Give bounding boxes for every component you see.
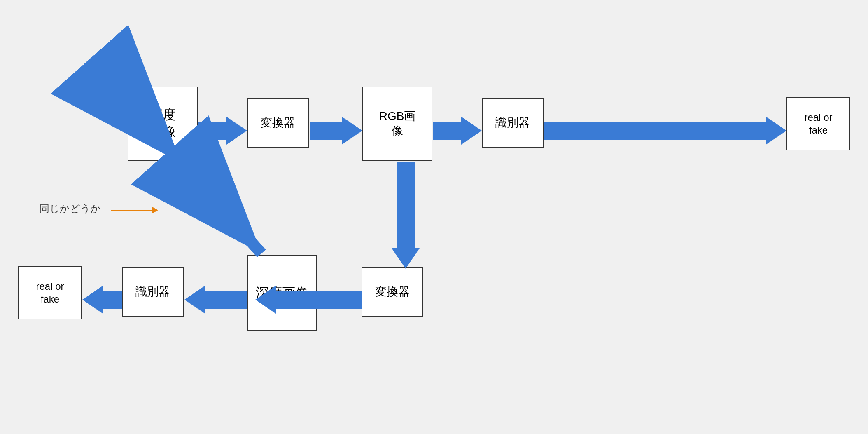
box-disc1: 識別器 bbox=[482, 98, 544, 148]
diagonal-arrows bbox=[0, 0, 868, 434]
box-rgb1: RGB画像 bbox=[362, 87, 432, 161]
arrow-rgb1-conv2 bbox=[392, 162, 420, 269]
svg-line-6 bbox=[181, 163, 261, 253]
arrow-disc2-result2 bbox=[82, 286, 122, 314]
diagram-canvas: 深度画像 変換器 RGB画像 識別器 real orfake 深度画像 変換器 … bbox=[0, 0, 868, 434]
arrow-conv1-rgb1 bbox=[310, 117, 362, 145]
box-conv1: 変換器 bbox=[247, 98, 309, 148]
box-result1: real orfake bbox=[786, 97, 850, 150]
arrow-rgb1-disc1 bbox=[433, 117, 482, 145]
arrow-disc1-result1 bbox=[544, 117, 786, 145]
orange-arrow bbox=[111, 207, 158, 213]
arrow-depth2-disc2 bbox=[184, 286, 247, 314]
arrow-conv2-depth2 bbox=[255, 286, 362, 314]
same-label: 同じかどうか bbox=[40, 202, 101, 215]
arrow-depth1-conv1 bbox=[198, 117, 247, 145]
box-result2: real orfake bbox=[18, 266, 82, 319]
box-disc2: 識別器 bbox=[122, 267, 184, 317]
box-conv2: 変換器 bbox=[362, 267, 423, 317]
box-depth1: 深度画像 bbox=[128, 87, 198, 161]
